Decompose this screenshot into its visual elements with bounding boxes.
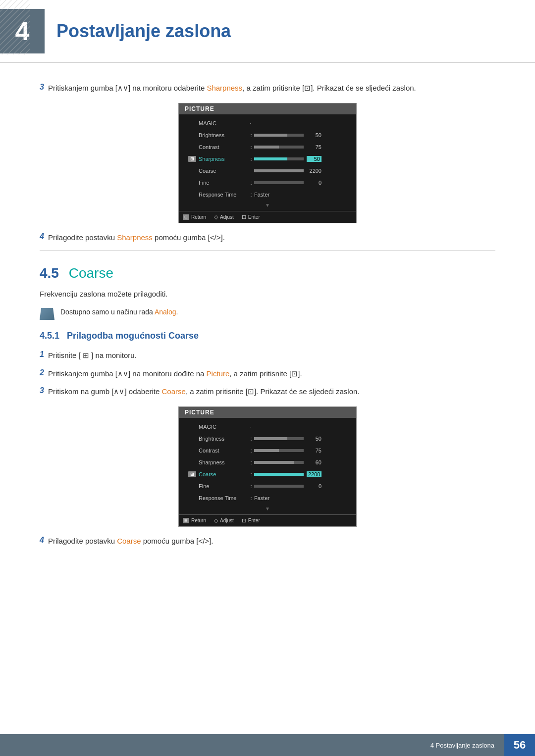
monitor-row-brightness-s: Brightness : 50 (186, 130, 349, 140)
brightness-value-c: 50 (307, 436, 321, 442)
contrast-track-s (254, 146, 304, 149)
brightness-label-c: Brightness (199, 436, 248, 442)
monitor-header-coarse: PICTURE (179, 407, 356, 418)
sharpness-step3-text: Pritiskanjem gumba [∧∨] na monitoru odab… (48, 83, 416, 94)
monitor-body-sharpness: MAGIC · Brightness : 50 Contrast : (179, 114, 356, 209)
monitor-row-brightness-c: Brightness : 50 (186, 434, 349, 444)
magic-label-c: MAGIC (199, 424, 248, 430)
fine-bar-s: 0 (254, 180, 349, 186)
sharpness-highlight1: Sharpness (207, 84, 242, 92)
contrast-bar-c: 75 (254, 448, 349, 454)
coarse-bar-s: 2200 (254, 168, 349, 174)
step-number-1b: 1 (40, 350, 44, 359)
brightness-track-c (254, 437, 304, 440)
response-colon-s: : (248, 192, 254, 198)
fine-colon-c: : (248, 483, 254, 489)
monitor-row-magic-s: MAGIC · (186, 118, 349, 128)
sharpness-step4: 4 Prilagodite postavku Sharpness pomoću … (40, 232, 495, 244)
contrast-colon-s: : (248, 144, 254, 150)
coarse-step2-text: Pritiskanjem gumba [∧∨] na monitoru dođi… (48, 368, 302, 380)
contrast-track-c (254, 449, 304, 452)
contrast-label-c: Contrast (199, 448, 248, 454)
footer-adjust-c: ◇ Adjust (214, 517, 234, 524)
coarse-note-box: Dostupno samo u načinu rada Analog. (40, 307, 495, 320)
step-number-3b: 3 (40, 386, 44, 395)
monitor-icon-spacer-c (186, 422, 199, 432)
brightness-fill-s (254, 134, 287, 137)
chapter-title: Postavljanje zaslona (56, 21, 231, 42)
contrast-bar-s: 75 (254, 144, 349, 150)
fine-icon-spacer-s (186, 178, 199, 188)
monitor-row-contrast-c: Contrast : 75 (186, 446, 349, 455)
sharpness-track-c (254, 461, 304, 464)
return-label-c: Return (191, 518, 206, 523)
brightness-value-s: 50 (307, 132, 321, 138)
coarse-step2: 2 Pritiskanjem gumba [∧∨] na monitoru do… (40, 368, 495, 380)
monitor-ui-sharpness: PICTURE MAGIC · Brightness : 50 (178, 103, 357, 223)
response-label-c: Response Time (199, 495, 248, 501)
monitor-row-coarse-c: ⊞ Coarse : 2200 (186, 469, 349, 479)
response-icon-spacer-c (186, 493, 199, 503)
adjust-label-c: Adjust (220, 518, 234, 523)
contrast-icon-spacer-c (186, 446, 199, 455)
step-number-4a: 4 (40, 232, 44, 241)
diamond-icon-c: ◇ (214, 517, 218, 524)
footer-return-c: ⊞ Return (183, 518, 206, 523)
diamond-icon-s: ◇ (214, 214, 218, 220)
monitor-header-sharpness: PICTURE (179, 103, 356, 114)
brightness-bar-c: 50 (254, 436, 349, 442)
return-label-s: Return (191, 214, 206, 220)
monitor-row-sharpness-s: ⊞ Sharpness : 50 (186, 154, 349, 164)
sharpness-colon-s: : (248, 156, 254, 162)
coarse-step4: 4 Prilagodite postavku Coarse pomoću gum… (40, 536, 495, 547)
coarse-subsection-title: Prilagodba mogućnosti Coarse (67, 331, 199, 341)
monitor-arrow-s: ▼ (186, 202, 349, 209)
footer-enter-c: ⊡ Enter (242, 517, 260, 524)
coarse-section-title: Coarse (69, 265, 113, 281)
sharpness-step4-text: Prilagodite postavku Sharpness pomoću gu… (48, 232, 225, 244)
coarse-highlight2: Coarse (117, 537, 141, 545)
contrast-colon-c: : (248, 448, 254, 454)
monitor-row-fine-c: Fine : 0 (186, 481, 349, 491)
step-number-4b: 4 (40, 536, 44, 545)
brightness-track-s (254, 134, 304, 137)
sharpness-value-c: 60 (307, 459, 321, 465)
fine-icon-spacer-c (186, 481, 199, 491)
response-icon-spacer-s (186, 190, 199, 200)
fine-label-c: Fine (199, 483, 248, 489)
footer-return-s: ⊞ Return (183, 214, 206, 220)
note-text: Dostupno samo u načinu rada Analog. (60, 307, 178, 317)
coarse-fill-c (254, 473, 304, 476)
monitor-row-magic-c: MAGIC · (186, 422, 349, 432)
adjust-label-s: Adjust (220, 214, 234, 220)
contrast-value-c: 75 (307, 448, 321, 454)
response-label-s: Response Time (199, 192, 248, 198)
step-number-2b: 2 (40, 368, 44, 377)
sharpness-value-s: 50 (307, 156, 321, 162)
sharpness-bar-c: 60 (254, 459, 349, 465)
monitor-footer-coarse: ⊞ Return ◇ Adjust ⊡ Enter (179, 514, 356, 526)
coarse-step3-text: Pritiskom na gumb [∧∨] odaberite Coarse,… (48, 386, 360, 398)
footer-enter-s: ⊡ Enter (242, 214, 260, 220)
sharpness-fill-s (254, 157, 287, 160)
monitor-ui-coarse: PICTURE MAGIC · Brightness : 50 (178, 406, 357, 527)
brightness-colon-c: : (248, 436, 254, 442)
brightness-bar-s: 50 (254, 132, 349, 138)
coarse-subsection-heading: 4.5.1 Prilagodba mogućnosti Coarse (40, 331, 495, 341)
coarse-track-s (254, 169, 304, 172)
page-number-box: 56 (504, 734, 535, 756)
contrast-value-s: 75 (307, 144, 321, 150)
brightness-icon-spacer-s (186, 130, 199, 140)
coarse-section-number: 4.5 (40, 265, 59, 281)
response-colon-c: : (248, 495, 254, 501)
return-icon-s: ⊞ (183, 214, 189, 220)
picture-highlight: Picture (207, 369, 230, 378)
footer-text: 4 Postavljanje zaslona (430, 742, 504, 749)
response-value-s: Faster (254, 192, 269, 198)
sharpness-fill-c (254, 461, 294, 464)
contrast-fill-s (254, 146, 279, 149)
coarse-section-heading: 4.5 Coarse (40, 265, 495, 281)
sharpness-icon-box-s: ⊞ (186, 154, 199, 164)
coarse-bar-c: 2200 (254, 471, 349, 477)
brightness-label-s: Brightness (199, 132, 248, 138)
